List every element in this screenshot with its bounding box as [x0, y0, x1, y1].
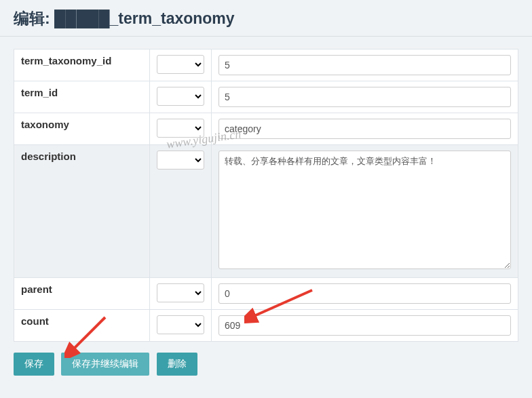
label-taxonomy: taxonomy: [14, 113, 150, 145]
button-row: 保存 保存并继续编辑 删除: [0, 342, 532, 386]
label-parent: parent: [14, 278, 150, 310]
form-area: term_taxonomy_id term_id taxonomy: [0, 49, 532, 342]
row-count: count: [14, 310, 518, 342]
form-table: term_taxonomy_id term_id taxonomy: [14, 49, 518, 342]
type-select-taxonomy[interactable]: [157, 119, 204, 138]
input-term-id[interactable]: [218, 87, 511, 107]
label-term-id: term_id: [14, 81, 150, 113]
row-parent: parent: [14, 278, 518, 310]
input-parent[interactable]: [218, 283, 511, 304]
input-count[interactable]: [218, 315, 511, 336]
textarea-description[interactable]: [218, 151, 511, 269]
page-header: 编辑: █████_term_taxonomy: [0, 0, 532, 37]
input-term-taxonomy-id[interactable]: [218, 55, 511, 75]
save-button[interactable]: 保存: [14, 353, 54, 376]
type-select-description[interactable]: [157, 151, 204, 170]
type-select-term-taxonomy-id[interactable]: [157, 55, 204, 74]
page-title: 编辑: █████_term_taxonomy: [14, 8, 518, 29]
type-select-count[interactable]: [157, 315, 204, 334]
title-prefix: 编辑:: [14, 9, 54, 27]
label-description: description: [14, 145, 150, 278]
input-taxonomy[interactable]: [218, 119, 511, 139]
row-description: description: [14, 145, 518, 278]
type-select-parent[interactable]: [157, 283, 204, 302]
row-term-taxonomy-id: term_taxonomy_id: [14, 49, 518, 81]
save-continue-button[interactable]: 保存并继续编辑: [61, 353, 149, 376]
title-suffix: _term_taxonomy: [110, 9, 235, 27]
title-obscured: █████: [54, 9, 109, 27]
delete-button[interactable]: 删除: [157, 353, 197, 376]
label-term-taxonomy-id: term_taxonomy_id: [14, 49, 150, 81]
row-taxonomy: taxonomy: [14, 113, 518, 145]
type-select-term-id[interactable]: [157, 87, 204, 106]
label-count: count: [14, 310, 150, 342]
row-term-id: term_id: [14, 81, 518, 113]
